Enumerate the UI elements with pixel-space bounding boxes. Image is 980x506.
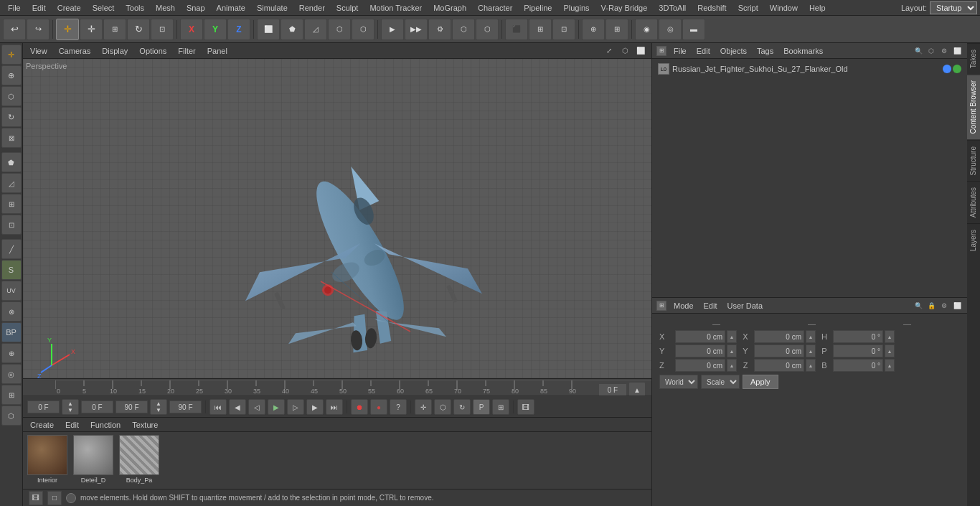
sidebar-sym-button[interactable]: ⊡ <box>1 215 22 235</box>
render-pic-button[interactable]: ▶▶ <box>405 19 428 40</box>
world-dropdown[interactable]: World <box>659 375 698 389</box>
edge-tab-layers[interactable]: Layers <box>967 223 980 257</box>
sidebar-smooth-button[interactable]: ◎ <box>1 364 22 384</box>
coord-z-size-input[interactable] <box>754 359 804 372</box>
vp-menu-options[interactable]: Options <box>136 46 169 56</box>
menu-file[interactable]: File <box>3 2 26 14</box>
move-tool-button[interactable]: ✛ <box>80 19 103 40</box>
edge-tab-content-browser[interactable]: Content Browser <box>967 74 980 139</box>
menu-character[interactable]: Character <box>473 2 517 14</box>
apply-button[interactable]: Apply <box>743 375 778 389</box>
coord-z-pos-up[interactable]: ▲ <box>727 359 737 372</box>
sidebar-paint-button[interactable]: S <box>1 260 22 280</box>
object-row-jet[interactable]: L0 Russian_Jet_Fighter_Sukhoi_Su_27_Flan… <box>655 62 964 76</box>
obj-search-icon[interactable]: 🔍 <box>913 45 924 57</box>
menu-create[interactable]: Create <box>52 2 86 14</box>
next-key-button[interactable]: ▷ <box>287 399 304 415</box>
coord-z-size-up[interactable]: ▲ <box>806 359 816 372</box>
sidebar-knife-button[interactable]: ⊕ <box>1 343 22 363</box>
menu-redshift[interactable]: Redshift <box>692 2 731 14</box>
attr-search-icon[interactable]: 🔍 <box>913 300 924 311</box>
help-button[interactable]: ? <box>390 399 407 415</box>
coord-y-size-up[interactable]: ▲ <box>806 345 816 357</box>
sidebar-grid-button[interactable]: ⊞ <box>1 194 22 214</box>
edge-mode-button[interactable]: ◿ <box>304 19 327 40</box>
mat-menu-edit[interactable]: Edit <box>62 420 82 430</box>
coord-b-rot-input[interactable] <box>833 359 883 372</box>
render-view-button[interactable]: ▶ <box>381 19 404 40</box>
mat-menu-function[interactable]: Function <box>88 420 123 430</box>
sidebar-extrude-button[interactable]: ⬡ <box>1 406 22 426</box>
obj-settings-icon[interactable]: ⚙ <box>938 45 950 57</box>
snap-settings-button[interactable]: ⊞ <box>606 19 628 40</box>
axis-z-button[interactable]: Z <box>227 19 250 40</box>
record-button[interactable]: ⏺ <box>351 399 368 415</box>
edge-tab-structure[interactable]: Structure <box>967 140 980 182</box>
poly-mode-button[interactable]: ⬡ <box>328 19 351 40</box>
menu-mograph[interactable]: MoGraph <box>428 2 471 14</box>
prev-key-button[interactable]: ◁ <box>248 399 265 415</box>
vp-lock-icon[interactable]: ⤢ <box>603 44 616 57</box>
material-item-interior[interactable]: Interior <box>26 435 69 484</box>
sidebar-selection-button[interactable]: ✛ <box>1 44 22 65</box>
obj-filter-icon[interactable]: ⬡ <box>925 45 937 57</box>
menu-pipeline[interactable]: Pipeline <box>519 2 557 14</box>
sidebar-move-button[interactable]: ⊕ <box>1 65 22 85</box>
attr-expand-icon[interactable]: ⬜ <box>951 300 963 311</box>
preview-end-up-btn[interactable]: ▲▼ <box>150 399 167 415</box>
frame-up-btn[interactable]: ▲ <box>628 382 646 396</box>
obj-menu-tags[interactable]: Tags <box>754 46 776 56</box>
coord-p-rot-up[interactable]: ▲ <box>885 345 895 357</box>
coord-x-pos-input[interactable] <box>675 330 725 343</box>
layout-dropdown[interactable]: Startup <box>930 1 977 14</box>
vp-menu-cameras[interactable]: Cameras <box>56 46 94 56</box>
sidebar-transform-button[interactable]: ⊠ <box>1 128 22 148</box>
attr-lock-icon[interactable]: 🔒 <box>925 300 937 311</box>
sidebar-edge-button[interactable]: ◿ <box>1 173 22 193</box>
uvw-mode-button[interactable]: ⬡ <box>352 19 374 40</box>
prev-frame-button[interactable]: ◀ <box>229 399 246 415</box>
undo-button[interactable]: ↩ <box>3 19 26 40</box>
sidebar-weld-button[interactable]: ⊞ <box>1 385 22 405</box>
menu-animate[interactable]: Animate <box>212 2 250 14</box>
next-frame-button[interactable]: ▶ <box>306 399 324 415</box>
obj-menu-edit[interactable]: Edit <box>694 46 713 56</box>
menu-vray[interactable]: V-Ray Bridge <box>596 2 653 14</box>
bottom-square-icon[interactable]: □ <box>47 491 62 505</box>
attr-settings-icon[interactable]: ⚙ <box>938 300 950 311</box>
scale-dropdown[interactable]: Scale <box>701 375 740 389</box>
obj-menu-objects[interactable]: Objects <box>717 46 750 56</box>
select-tool-button[interactable]: ✛ <box>56 19 79 40</box>
preview-end-input[interactable] <box>116 400 148 413</box>
sidebar-scale-button[interactable]: ⬡ <box>1 86 22 106</box>
viewport-1-button[interactable]: ⬛ <box>505 19 528 40</box>
start-frame-input[interactable] <box>27 400 60 413</box>
mat-menu-texture[interactable]: Texture <box>129 420 161 430</box>
coord-b-rot-up[interactable]: ▲ <box>885 359 895 372</box>
edge-tab-attributes[interactable]: Attributes <box>967 181 980 223</box>
menu-snap[interactable]: Snap <box>182 2 210 14</box>
viewport[interactable]: Perspective <box>23 59 651 378</box>
menu-help[interactable]: Help <box>804 2 831 14</box>
render-interactive-button[interactable]: ⬡ <box>476 19 499 40</box>
vp-maximize-icon[interactable]: ⬜ <box>634 44 647 57</box>
rotate-tool-button[interactable]: ↻ <box>127 19 150 40</box>
attr-menu-edit[interactable]: Edit <box>701 301 720 311</box>
menu-mesh[interactable]: Mesh <box>151 2 180 14</box>
render-settings-button[interactable]: ⚙ <box>428 19 451 40</box>
filmstrip-button[interactable]: 🎞 <box>517 399 534 415</box>
scale-tool-button[interactable]: ⊞ <box>103 19 126 40</box>
vp-menu-view[interactable]: View <box>27 46 50 56</box>
point-mode-button[interactable]: ⬟ <box>281 19 303 40</box>
menu-window[interactable]: Window <box>765 2 803 14</box>
redo-button[interactable]: ↪ <box>27 19 50 40</box>
scene-button[interactable]: ◎ <box>659 19 682 40</box>
vp-menu-panel[interactable]: Panel <box>204 46 230 56</box>
menu-motion-tracker[interactable]: Motion Tracker <box>364 2 427 14</box>
coord-z-pos-input[interactable] <box>675 359 725 372</box>
menu-3dtoall[interactable]: 3DToAll <box>654 2 691 14</box>
coord-x-size-input[interactable] <box>754 330 804 343</box>
key2-tl-button[interactable]: P <box>473 399 490 415</box>
sidebar-magnet-button[interactable]: ⊗ <box>1 301 22 322</box>
coord-y-pos-input[interactable] <box>675 345 725 357</box>
